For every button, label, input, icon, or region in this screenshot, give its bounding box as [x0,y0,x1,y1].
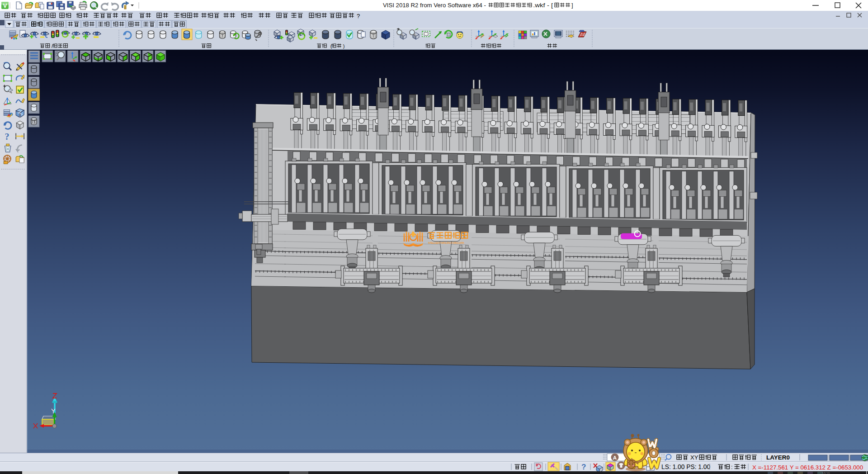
svg-text:10:10: 10:10 [822,472,830,474]
svg-text:A: A [613,455,617,460]
svg-text:LAYER0: LAYER0 [766,454,790,461]
svg-text:LS: 1.00 PS: 1.00: LS: 1.00 PS: 1.00 [661,464,710,470]
svg-text:?: ? [357,13,360,19]
svg-text:V: V [3,2,7,9]
svg-text:(: ( [330,43,332,49]
svg-text:XY: XY [690,454,698,461]
svg-text::: : [731,464,733,470]
svg-text:INTELLIGENT MANUFACTURING DATA: INTELLIGENT MANUFACTURING DATA [428,242,464,244]
svg-text:.wkf - [: .wkf - [ [533,2,553,9]
svg-text:): ) [343,43,345,49]
svg-text:VISI 2018 R2 from Vero Softwar: VISI 2018 R2 from Vero Software x64 - [383,2,486,9]
svg-text:?: ? [581,463,586,471]
svg-text:X =-1127.561 Y = 0616.312 Z =-: X =-1127.561 Y = 0616.312 Z =-0653.000 [752,464,863,471]
svg-text:]: ] [571,2,573,9]
svg-text:?: ? [5,132,9,142]
